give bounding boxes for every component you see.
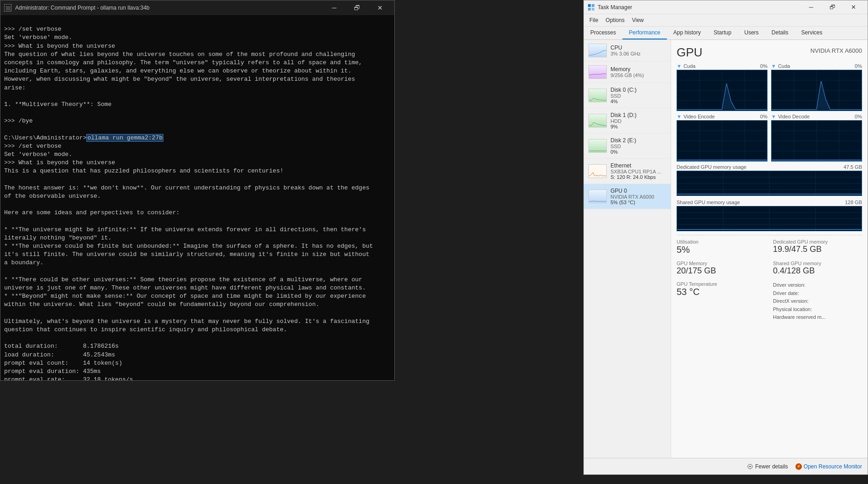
memory-sub: 9/256 GB (4%) <box>610 72 666 78</box>
cmd-content-area[interactable]: >>> /set verbose Set 'verbose' mode. >>>… <box>0 15 394 380</box>
tm-minimize-button[interactable]: ─ <box>801 0 822 14</box>
sidebar-item-ethernet[interactable]: Ethernet SXB3A CPU1 RP1A ... S: 120 R: 2… <box>584 159 671 184</box>
cuda-left-pct: 0% <box>760 63 767 69</box>
tm-bottom-bar: Fewer details ⚡ Open Resource Monitor <box>584 458 868 474</box>
gpu-model: NVIDIA RTX A6000 <box>811 47 862 54</box>
fewer-details-label: Fewer details <box>755 463 788 470</box>
gpu-video-decode-container: ▼ Video Decode 0% <box>771 114 862 161</box>
disk1-info: Disk 1 (D:) HDD 9% <box>610 112 666 129</box>
sidebar-item-memory[interactable]: Memory 9/256 GB (4%) <box>584 61 671 83</box>
tm-close-button[interactable]: ✕ <box>843 0 864 14</box>
gpu-utilisation-stat: Utilisation 5% <box>677 239 766 255</box>
gpu-memory-label: GPU Memory <box>677 261 766 266</box>
tm-main-panel: GPU NVIDIA RTX A6000 ▼ Cuda 0% <box>671 40 868 458</box>
cmd-restore-button[interactable]: 🗗 <box>347 0 368 15</box>
gpu-utilisation-value: 5% <box>677 245 766 255</box>
tm-titlebar: Task Manager ─ 🗗 ✕ <box>584 0 868 14</box>
sidebar-item-disk0[interactable]: Disk 0 (C:) SSD 4% <box>584 83 671 108</box>
gpu-driver-info: Driver version: Driver date: DirectX ver… <box>773 281 862 322</box>
gpu-utilisation-label: Utilisation <box>677 239 766 245</box>
cuda-left-label-text: ▼ Cuda <box>677 63 695 69</box>
tab-processes[interactable]: Processes <box>584 27 622 39</box>
memory-sparkline-icon <box>588 65 607 79</box>
tm-tabs: Processes Performance App history Startu… <box>584 27 868 40</box>
tm-sidebar: CPU 3% 3.06 GHz Memory 9/256 GB (4%) <box>584 40 671 458</box>
tm-restore-button[interactable]: 🗗 <box>822 0 843 14</box>
video-encode-chevron: ▼ <box>677 114 682 119</box>
sidebar-item-gpu0[interactable]: GPU 0 NVIDIA RTX A6000 5% (53 °C) <box>584 184 671 209</box>
directx-label: DirectX version: <box>773 297 862 306</box>
cpu-info: CPU 3% 3.06 GHz <box>610 45 666 56</box>
sidebar-item-disk2[interactable]: Disk 2 (E:) SSD 0% <box>584 134 671 159</box>
gpu-title: GPU <box>677 45 702 60</box>
gpu-video-encode-container: ▼ Video Encode 0% <box>677 114 767 161</box>
tm-menubar: File Options View <box>584 14 868 27</box>
fewer-details-button[interactable]: Fewer details <box>747 463 788 470</box>
disk0-info: Disk 0 (C:) SSD 4% <box>610 87 666 104</box>
cmd-line-1: >>> /set verbose Set 'verbose' mode. >>>… <box>4 26 373 380</box>
video-decode-pct: 0% <box>855 114 862 119</box>
gpu0-info: GPU 0 NVIDIA RTX A6000 5% (53 °C) <box>610 188 666 205</box>
cmd-close-button[interactable]: ✕ <box>370 0 391 15</box>
cuda-right-chevron: ▼ <box>771 63 776 69</box>
dedicated-memory-bar <box>677 171 862 196</box>
resource-monitor-label: Open Resource Monitor <box>804 463 862 470</box>
dedicated-memory-label: Dedicated GPU memory usage 47.5 GB <box>677 164 862 170</box>
gpu-shared-memory-stat: Shared GPU memory 0.4/128 GB <box>773 261 862 276</box>
svg-rect-2 <box>588 8 591 11</box>
disk1-name: Disk 1 (D:) <box>610 112 666 118</box>
driver-date-label: Driver date: <box>773 289 862 298</box>
tab-services[interactable]: Services <box>795 27 829 39</box>
gpu-video-encode-graph <box>677 120 767 161</box>
cpu-sub: 3% 3.06 GHz <box>610 51 666 56</box>
gpu-cuda-right-graph <box>771 70 862 111</box>
shared-memory-label: Shared GPU memory usage 128 GB <box>677 200 862 205</box>
cmd-title: Administrator: Command Prompt - ollama r… <box>15 5 150 11</box>
gpu-shared-memory-label: Shared GPU memory <box>773 261 862 266</box>
tab-users[interactable]: Users <box>738 27 765 39</box>
gpu-cuda-right-container: ▼ Cuda 0% <box>771 63 862 111</box>
tab-details[interactable]: Details <box>765 27 795 39</box>
shared-memory-bar <box>677 206 862 231</box>
tm-menu-options[interactable]: Options <box>602 15 628 25</box>
tm-body: CPU 3% 3.06 GHz Memory 9/256 GB (4%) <box>584 40 868 458</box>
svg-rect-0 <box>588 4 591 7</box>
disk2-pct: 0% <box>610 149 666 155</box>
gpu-video-encode-label: ▼ Video Encode 0% <box>677 114 767 119</box>
disk1-pct: 9% <box>610 124 666 129</box>
tab-app-history[interactable]: App history <box>667 27 707 39</box>
sidebar-item-disk1[interactable]: Disk 1 (D:) HDD 9% <box>584 108 671 134</box>
gpu-video-decode-graph <box>771 120 862 161</box>
task-manager-window: Task Manager ─ 🗗 ✕ File Options View Pro… <box>583 0 868 475</box>
open-resource-monitor-button[interactable]: ⚡ Open Resource Monitor <box>795 463 862 470</box>
disk2-sparkline-icon <box>588 139 607 153</box>
disk2-info: Disk 2 (E:) SSD 0% <box>610 137 666 155</box>
gpu-temp-label: GPU Temperature <box>677 281 766 287</box>
disk0-name: Disk 0 (C:) <box>610 87 666 93</box>
disk0-sub: SSD <box>610 93 666 99</box>
video-decode-label-text: ▼ Video Decode <box>771 114 810 119</box>
gpu-cuda-left-label: ▼ Cuda 0% <box>677 63 767 69</box>
video-encode-label-text: ▼ Video Encode <box>677 114 715 119</box>
tab-performance[interactable]: Performance <box>622 27 667 39</box>
sidebar-item-cpu[interactable]: CPU 3% 3.06 GHz <box>584 40 671 61</box>
cpu-name: CPU <box>610 45 666 51</box>
gpu-cuda-left-graph <box>677 70 767 111</box>
cuda-right-label-text: ▼ Cuda <box>771 63 790 69</box>
tm-menu-file[interactable]: File <box>586 15 602 25</box>
cuda-left-chevron: ▼ <box>677 63 682 69</box>
cmd-minimize-button[interactable]: ─ <box>324 0 345 15</box>
gpu-cuda-left-container: ▼ Cuda 0% <box>677 63 767 111</box>
memory-info: Memory 9/256 GB (4%) <box>610 66 666 78</box>
ethernet-name: Ethernet <box>610 162 666 169</box>
shared-memory-section: Shared GPU memory usage 128 GB <box>677 200 862 231</box>
tab-startup[interactable]: Startup <box>707 27 738 39</box>
svg-rect-3 <box>592 8 594 11</box>
disk0-sparkline-icon <box>588 89 607 102</box>
gpu-temp-value: 53 °C <box>677 287 766 297</box>
svg-rect-1 <box>592 4 594 7</box>
ethernet-speed: S: 120 R: 24.0 Kbps <box>610 174 666 180</box>
tm-menu-view[interactable]: View <box>628 15 648 25</box>
cpu-sparkline-icon <box>588 44 607 57</box>
cuda-right-pct: 0% <box>855 63 862 69</box>
